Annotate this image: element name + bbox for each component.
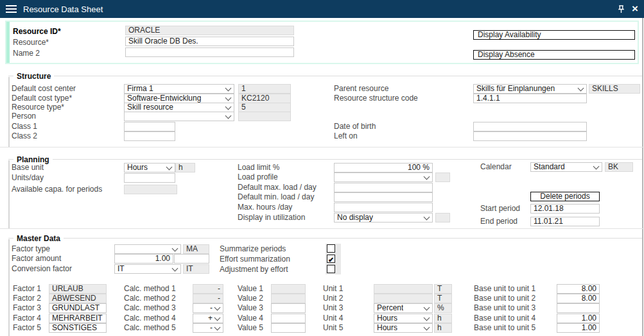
header-section: Resource ID* Resource* Name 2 ORACLE Ski… xyxy=(5,21,639,64)
base-unit-code: h xyxy=(175,163,195,172)
chevron-down-icon xyxy=(166,164,173,170)
base-unit-select[interactable]: Hours xyxy=(124,163,175,172)
window-title: Resource Data Sheet xyxy=(23,4,103,14)
class2-field[interactable] xyxy=(124,131,175,141)
display-availability-button[interactable]: Display Availability xyxy=(473,30,635,40)
value-4-field[interactable] xyxy=(271,314,306,323)
default-cost-type-select[interactable]: Software-Entwicklung xyxy=(124,94,234,103)
factor-5-label: Factor 5 xyxy=(13,323,41,333)
chevron-down-icon xyxy=(578,85,584,91)
master-data-legend: Master Data xyxy=(8,234,642,242)
structure-left-rule xyxy=(8,77,10,147)
factor-4-field[interactable]: MEHRARBEIT xyxy=(49,314,107,323)
default-max-load-field[interactable] xyxy=(334,183,433,192)
resource-type-select[interactable]: Skill resource xyxy=(124,103,234,112)
pin-icon[interactable] xyxy=(615,3,627,15)
unit-1-field xyxy=(374,284,433,294)
unit-4-select[interactable]: Hours xyxy=(374,314,433,323)
default-cost-type-label: Default cost type* xyxy=(12,94,72,103)
unit-5-code: h xyxy=(434,323,452,333)
max-hours-day-label: Max. hours /day xyxy=(238,203,292,212)
class1-field[interactable] xyxy=(124,122,175,131)
delete-periods-button[interactable]: Delete periods xyxy=(530,192,600,201)
effort-summarization-label: Effort summarization xyxy=(220,255,290,264)
default-max-load-label: Default max. load / day xyxy=(238,183,317,192)
factor-3-label: Factor 3 xyxy=(13,303,41,313)
unit-4-label: Unit 4 xyxy=(323,314,343,323)
load-limit-label: Load limit % xyxy=(238,163,279,172)
factor-3-field[interactable]: GRUNDLAST xyxy=(49,303,107,313)
parent-resource-label: Parent resource xyxy=(334,84,388,94)
chevron-down-icon xyxy=(225,112,232,119)
name2-field[interactable] xyxy=(125,47,294,57)
default-cost-center-select[interactable]: Firma 1 xyxy=(124,84,234,94)
load-profile-select[interactable] xyxy=(334,172,433,182)
base-unit-to-unit-2-field[interactable]: 8.00 xyxy=(557,294,600,303)
value-3-field[interactable] xyxy=(271,303,306,313)
chevron-down-icon xyxy=(214,314,221,321)
adjustment-by-effort-checkbox[interactable]: ✔ xyxy=(327,265,335,273)
display-in-utilization-code xyxy=(435,213,450,223)
calc-method-2-label: Calc. method 2 xyxy=(124,294,176,303)
display-in-utilization-select[interactable]: No display xyxy=(334,213,433,223)
menu-icon[interactable] xyxy=(6,5,17,13)
calc-method-4-label: Calc. method 4 xyxy=(124,314,176,323)
resource-id-field[interactable]: ORACLE xyxy=(125,26,294,35)
date-of-birth-field[interactable] xyxy=(473,122,587,131)
value-5-field[interactable] xyxy=(271,323,306,333)
value-3-label: Value 3 xyxy=(238,303,263,313)
resource-structure-code-field[interactable]: 1.4.1.1 xyxy=(473,94,587,103)
value-4-label: Value 4 xyxy=(238,314,263,323)
conversion-factor-label: Conversion factor xyxy=(12,264,72,274)
planning-section: Planning Base unit Units/day Available c… xyxy=(0,151,644,229)
calendar-select[interactable]: Standard xyxy=(530,162,602,172)
calc-method-2-field: - xyxy=(193,294,223,303)
parent-resource-select[interactable]: Skills für Einplanungen xyxy=(473,84,587,94)
value-1-label: Value 1 xyxy=(238,284,263,294)
chevron-down-icon xyxy=(225,103,232,110)
default-cost-center-code: 1 xyxy=(238,84,291,94)
resource-name-field[interactable]: Skill Oracle DB Des. xyxy=(125,37,294,46)
factor-amount-field[interactable]: 1.00 xyxy=(114,254,173,264)
base-unit-to-unit-3-field[interactable] xyxy=(557,303,600,313)
factor-type-select[interactable] xyxy=(114,244,181,254)
calc-method-5-select[interactable]: - xyxy=(193,323,223,333)
units-day-field[interactable] xyxy=(124,173,175,183)
base-unit-to-unit-4-field[interactable]: 1.00 xyxy=(557,314,600,323)
base-unit-to-unit-5-field[interactable]: 1.00 xyxy=(557,323,600,333)
display-absence-button[interactable]: Display Absence xyxy=(473,50,635,60)
factor-amount-extra-cell[interactable] xyxy=(174,254,209,264)
unit-3-select[interactable]: Percent xyxy=(374,303,433,313)
start-period-field[interactable]: 12.01.18 xyxy=(530,204,600,214)
calc-method-1-field: - xyxy=(193,284,223,294)
chevron-down-icon xyxy=(214,324,221,330)
adjustment-by-effort-label: Adjustment by effort xyxy=(220,265,288,274)
default-min-load-field[interactable] xyxy=(334,192,433,202)
max-hours-day-field[interactable] xyxy=(334,203,433,212)
value-5-label: Value 5 xyxy=(238,323,263,333)
effort-summarization-checkbox[interactable]: ✔ xyxy=(327,255,335,263)
chevron-down-icon xyxy=(225,94,232,101)
load-limit-field[interactable]: 100 % xyxy=(334,163,433,172)
summarize-periods-checkbox[interactable]: ✔ xyxy=(327,244,335,253)
factor-1-field: URLAUB xyxy=(49,284,107,294)
chevron-down-icon xyxy=(225,85,232,91)
end-period-field[interactable]: 11.01.21 xyxy=(530,217,600,226)
title-bar: Resource Data Sheet xyxy=(0,0,644,18)
person-select[interactable] xyxy=(124,112,234,121)
conversion-factor-select[interactable]: IT xyxy=(114,264,181,274)
close-icon[interactable]: × xyxy=(629,3,641,15)
unit-1-label: Unit 1 xyxy=(323,284,343,294)
date-of-birth-label: Date of birth xyxy=(334,122,376,131)
base-unit-to-unit-1-field[interactable]: 8.00 xyxy=(557,284,600,294)
calc-method-3-select[interactable]: - xyxy=(193,303,223,313)
resource-data-sheet-window: { "titlebar": { "title": "Resource Data … xyxy=(0,0,644,336)
unit-5-select[interactable]: Hours xyxy=(374,323,433,333)
left-on-field[interactable] xyxy=(473,131,587,141)
calc-method-4-select[interactable]: + xyxy=(193,314,223,323)
factor-type-code: MA xyxy=(183,244,209,254)
class2-label: Class 2 xyxy=(12,131,37,141)
factor-5-field[interactable]: SONSTIGES xyxy=(49,323,107,333)
resource-type-code: 5 xyxy=(238,103,291,112)
structure-legend: Structure xyxy=(8,72,642,80)
